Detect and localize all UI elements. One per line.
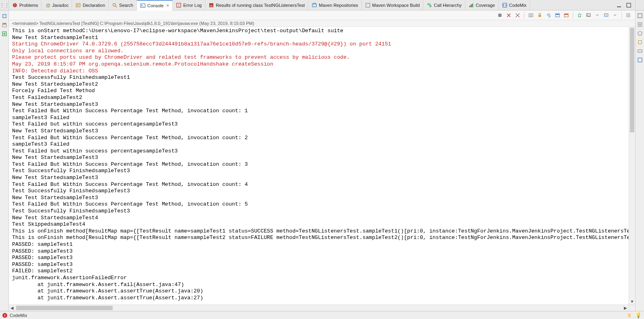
svg-rect-3 [76, 4, 80, 7]
tab-codemix[interactable]: CodeMix [499, 0, 530, 10]
right-btn-6[interactable] [637, 57, 643, 64]
svg-rect-14 [472, 4, 473, 7]
tab-problems[interactable]: !Problems [9, 0, 41, 10]
tab-label: Declaration [83, 3, 105, 8]
tab-javadoc[interactable]: @Javadoc [41, 0, 72, 10]
scroll-down-arrow[interactable]: ▼ [629, 298, 635, 305]
svg-rect-31 [627, 14, 630, 17]
tab-label: Maven Repositories [319, 3, 358, 8]
horizontal-scroll-thumb[interactable] [16, 306, 113, 310]
svg-text:@: @ [46, 3, 50, 8]
tab-label: Error Log [183, 3, 202, 8]
remove-all-launches-button[interactable] [514, 12, 521, 19]
tab-testng[interactable]: NResults of running class TestNGListener… [205, 0, 308, 10]
tab-coverage[interactable]: Coverage [465, 0, 499, 10]
console-line: Test Failed But Within Success Percentag… [12, 135, 629, 142]
console-line: at junit.framework.Assert.assertTrue(Ass… [12, 295, 629, 302]
toolbar-btn-2[interactable] [1, 22, 8, 28]
show-on-stderr-button[interactable] [563, 12, 570, 19]
console-line: sampleTest3 Failed [12, 141, 629, 148]
svg-text:!: ! [14, 3, 16, 7]
javadoc-icon: @ [45, 2, 50, 8]
svg-rect-13 [471, 4, 472, 7]
pin-console-button[interactable] [576, 12, 583, 19]
console-line: Test FailedsampleTest2 [12, 95, 629, 101]
svg-rect-18 [3, 14, 6, 18]
console-scroll-area: This is onStart methodC:\Users\Lenovo-I7… [9, 27, 635, 311]
display-selected-console-button[interactable] [585, 12, 592, 19]
console-line: This is onFinish method[ResultMap map={[… [12, 228, 629, 235]
right-btn-3[interactable] [637, 31, 643, 37]
console-toolbar [9, 10, 635, 20]
right-btn-5[interactable] [637, 48, 643, 55]
word-wrap-button[interactable] [545, 12, 552, 19]
console-view: <terminated> TestNGListenersTest [TestNG… [9, 10, 635, 311]
view-menu-button[interactable] [625, 12, 632, 19]
open-console-button[interactable] [603, 12, 610, 19]
maximize-view-button[interactable] [625, 2, 632, 8]
console-line: This is onFinish method[ResultMap map={[… [12, 235, 629, 241]
minimize-view-button[interactable] [616, 2, 622, 8]
codemix-icon [502, 2, 508, 8]
tab-label: Console [147, 3, 163, 8]
console-icon [140, 3, 146, 8]
tab-search[interactable]: Search [109, 0, 137, 10]
console-line: Test Failed But Within Success Percentag… [12, 181, 629, 188]
svg-rect-20 [2, 25, 6, 27]
console-line: Test Successfully FinishedsampleTest3 [12, 208, 629, 215]
console-line: Starting ChromeDriver 74.0.3729.6 (25575… [12, 41, 629, 48]
tab-console[interactable]: Console× [137, 0, 173, 10]
vertical-scroll-thumb[interactable] [630, 28, 634, 132]
toolbar-separator [621, 12, 622, 19]
console-line: New Test StartedsampleTest2 [12, 81, 629, 88]
view-window-controls [613, 2, 635, 8]
remove-launch-button[interactable] [505, 12, 512, 19]
console-line: Only local connections are allowed. [12, 48, 629, 55]
tip-icon[interactable]: 💡 [635, 312, 642, 318]
svg-rect-16 [617, 6, 621, 7]
terminate-button[interactable] [496, 12, 504, 19]
build-icon [365, 2, 371, 8]
problems-icon: ! [12, 2, 18, 8]
task-list-icon[interactable] [637, 22, 643, 28]
tab-errorlog[interactable]: !Error Log [173, 0, 205, 10]
scroll-lock-button[interactable] [536, 12, 543, 19]
tab-declaration[interactable]: Declaration [72, 0, 109, 10]
display-selected-console-dropdown[interactable] [594, 12, 601, 19]
console-line: New Test StartedsampleTest3 [12, 195, 629, 202]
close-tab-icon[interactable]: × [166, 3, 169, 8]
tab-label: Search [119, 3, 133, 8]
toolbar-btn-3[interactable] [1, 31, 8, 37]
console-output[interactable]: This is onStart methodC:\Users\Lenovo-I7… [9, 27, 629, 305]
view-tabrow: !Problems@JavadocDeclarationSearchConsol… [9, 0, 613, 10]
status-codemix-label[interactable]: CodeMix [10, 313, 27, 318]
tab-label: CodeMix [509, 3, 526, 8]
drag-handle-icon[interactable]: ⋮⋮ [0, 2, 9, 8]
horizontal-scrollbar[interactable]: ◀ ▶ [9, 305, 629, 311]
clear-console-button[interactable] [527, 12, 535, 19]
outline-icon[interactable] [637, 13, 643, 19]
console-line: Test SkippedsampleTest4 [12, 221, 629, 228]
right-trim-toolbar [635, 10, 644, 311]
console-line: Test Successfully FinishedsampleTest1 [12, 74, 629, 81]
tab-label: Javadoc [52, 3, 68, 8]
scroll-right-arrow[interactable]: ▶ [622, 305, 629, 311]
svg-rect-35 [638, 41, 642, 44]
tabrow-left-gutter: ⋮⋮ [0, 0, 9, 10]
console-line: INFO: Detected dialect: OSS [12, 68, 629, 75]
tab-maven[interactable]: Maven Repositories [308, 0, 361, 10]
tab-build[interactable]: Maven Workspace Build [362, 0, 423, 10]
console-line: PASSED: sampleTest1 [12, 241, 629, 248]
rss-icon[interactable]: ⧖ [627, 312, 631, 319]
errorlog-icon: ! [176, 2, 182, 8]
right-btn-4[interactable] [637, 39, 643, 46]
open-console-dropdown[interactable] [611, 12, 619, 19]
restore-icon[interactable] [1, 13, 8, 19]
error-indicator-icon[interactable]: ! [2, 313, 7, 318]
tab-callh[interactable]: Call Hierarchy [423, 0, 465, 10]
console-line: sampleTest3 Failed [12, 115, 629, 121]
vertical-scrollbar[interactable]: ▲ ▼ [629, 27, 635, 305]
show-on-stdout-button[interactable] [554, 12, 561, 19]
scroll-left-arrow[interactable]: ◀ [9, 305, 15, 311]
svg-point-34 [638, 31, 642, 35]
